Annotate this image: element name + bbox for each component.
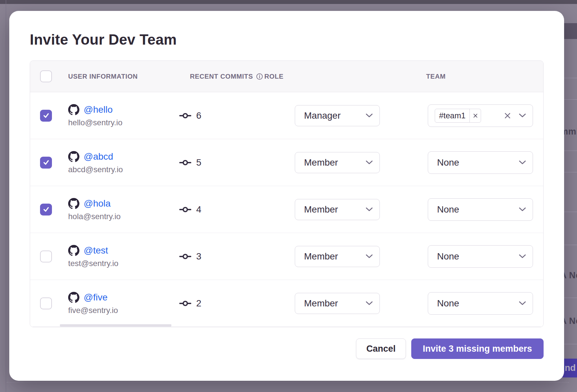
github-username-link[interactable]: @hola: [84, 198, 111, 209]
column-header-user-information: USER INFORMATION: [68, 73, 190, 80]
cancel-button[interactable]: Cancel: [356, 338, 406, 359]
column-header-label: TEAM: [426, 73, 446, 80]
team-multiselect[interactable]: #team1: [428, 104, 533, 127]
role-select[interactable]: Manager: [295, 105, 380, 126]
invite-members-table: USER INFORMATION RECENT COMMITS ROLE TEA…: [30, 60, 544, 327]
background-partial-button: nd: [562, 359, 577, 377]
team-tag: #team1: [435, 109, 481, 123]
team-select[interactable]: None: [428, 292, 533, 315]
remove-team-tag-button[interactable]: [469, 109, 481, 123]
commit-count: 4: [196, 204, 201, 215]
table-row: @hola hola@sentry.io 4 Member None: [30, 186, 543, 233]
commit-count: 6: [196, 110, 201, 121]
background-dotted-line: [7, 382, 569, 383]
role-value: Member: [304, 298, 338, 309]
role-value: Member: [304, 157, 338, 168]
git-commit-icon: [179, 110, 191, 122]
row-checkbox[interactable]: [40, 297, 52, 309]
chevron-down-icon: [519, 207, 526, 212]
role-select[interactable]: Member: [295, 199, 380, 220]
chevron-down-icon: [366, 301, 373, 305]
row-checkbox[interactable]: [40, 157, 52, 169]
commits-cell: 4: [179, 204, 294, 216]
commits-cell: 3: [179, 251, 294, 262]
github-icon: [68, 151, 79, 162]
background-left-border: [6, 0, 6, 392]
team-select[interactable]: None: [428, 151, 533, 174]
check-icon: [43, 206, 50, 213]
team-select[interactable]: None: [428, 245, 533, 268]
team-value: None: [437, 204, 459, 215]
row-checkbox[interactable]: [40, 110, 52, 122]
role-select[interactable]: Member: [295, 246, 380, 267]
invite-dev-team-modal: Invite Your Dev Team USER INFORMATION RE…: [9, 11, 564, 381]
close-icon: [473, 113, 478, 118]
check-icon: [43, 159, 50, 166]
user-info-cell: @hello hello@sentry.io: [68, 104, 179, 127]
user-info-cell: @five five@sentry.io: [68, 292, 179, 315]
github-username-link[interactable]: @test: [84, 245, 108, 256]
role-value: Member: [304, 204, 338, 215]
commits-cell: 2: [179, 297, 294, 309]
role-select[interactable]: Member: [295, 293, 380, 314]
modal-footer: Cancel Invite 3 missing members: [30, 338, 544, 359]
github-username-link[interactable]: @abcd: [84, 151, 113, 162]
scroll-indicator[interactable]: [60, 324, 171, 327]
git-commit-icon: [179, 251, 191, 262]
commits-cell: 5: [179, 157, 294, 169]
team-value: None: [437, 251, 459, 262]
check-icon: [43, 112, 50, 119]
git-commit-icon: [179, 297, 191, 309]
user-info-cell: @abcd abcd@sentry.io: [68, 151, 179, 174]
role-select[interactable]: Member: [295, 152, 380, 173]
role-value: Member: [304, 251, 338, 262]
chevron-down-icon: [366, 207, 373, 212]
github-username-link[interactable]: @hello: [84, 104, 113, 115]
github-icon: [68, 245, 79, 256]
row-checkbox[interactable]: [40, 251, 52, 262]
chevron-down-icon: [519, 301, 526, 305]
column-header-team: TEAM: [426, 73, 543, 80]
commit-count: 5: [196, 157, 201, 168]
chevron-down-icon: [366, 160, 373, 165]
team-tag-label: #team1: [435, 111, 469, 120]
git-commit-icon: [179, 204, 191, 216]
column-header-label: RECENT COMMITS: [190, 73, 253, 80]
user-email: abcd@sentry.io: [68, 165, 179, 174]
screen: mmit A No A No nd Invite Your Dev Team U…: [0, 0, 577, 392]
user-email: hello@sentry.io: [68, 118, 179, 127]
row-checkbox[interactable]: [40, 204, 52, 216]
user-info-cell: @hola hola@sentry.io: [68, 198, 179, 221]
table-row: @abcd abcd@sentry.io 5 Member None: [30, 139, 543, 186]
modal-title: Invite Your Dev Team: [30, 31, 544, 48]
user-info-cell: @test test@sentry.io: [68, 245, 179, 268]
clear-team-icon[interactable]: [504, 112, 511, 119]
column-header-label: USER INFORMATION: [68, 73, 138, 80]
team-value: None: [437, 298, 459, 309]
role-value: Manager: [304, 110, 341, 121]
column-header-label: ROLE: [264, 73, 284, 80]
column-header-recent-commits: RECENT COMMITS: [190, 73, 264, 80]
commit-count: 3: [196, 251, 201, 262]
user-email: hola@sentry.io: [68, 212, 179, 221]
github-username-link[interactable]: @five: [84, 292, 108, 303]
table-row: @hello hello@sentry.io 6 Manager: [30, 92, 543, 139]
user-email: five@sentry.io: [68, 306, 179, 315]
github-icon: [68, 104, 79, 115]
chevron-down-icon: [519, 254, 526, 258]
team-value: None: [437, 157, 459, 168]
chevron-down-icon: [366, 113, 373, 118]
invite-members-button[interactable]: Invite 3 missing members: [411, 338, 544, 359]
table-row: @five five@sentry.io 2 Member None: [30, 280, 543, 327]
commits-cell: 6: [179, 110, 294, 122]
github-icon: [68, 198, 79, 209]
table-header-row: USER INFORMATION RECENT COMMITS ROLE TEA…: [30, 61, 543, 92]
info-icon[interactable]: [256, 73, 263, 80]
team-select[interactable]: None: [428, 198, 533, 221]
github-icon: [68, 292, 79, 303]
user-email: test@sentry.io: [68, 259, 179, 268]
select-all-checkbox[interactable]: [40, 70, 52, 82]
git-commit-icon: [179, 157, 191, 169]
chevron-down-icon: [366, 254, 373, 258]
chevron-down-icon: [519, 113, 526, 118]
